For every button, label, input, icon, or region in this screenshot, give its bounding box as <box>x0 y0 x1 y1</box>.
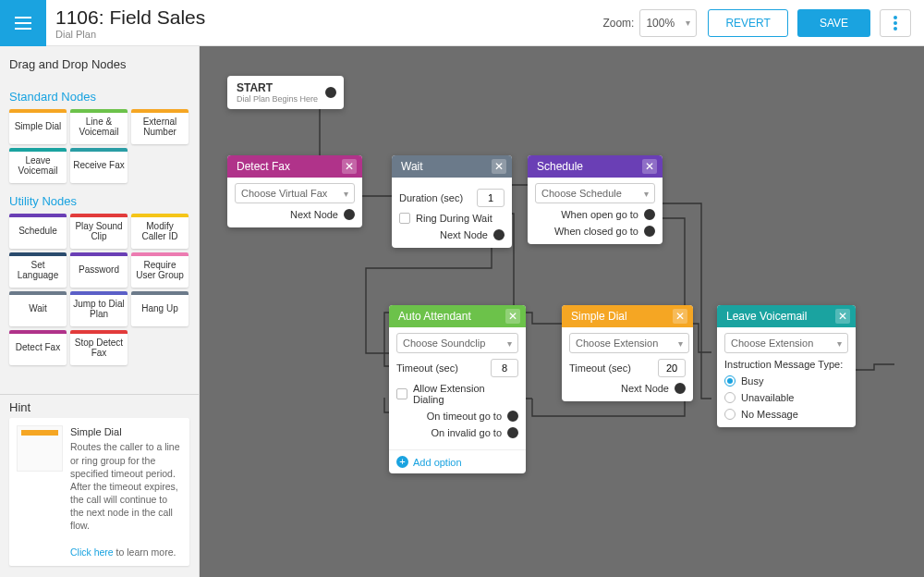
schedule-select[interactable]: Choose Schedule▾ <box>535 183 655 203</box>
palette-node[interactable]: Wait <box>9 291 67 326</box>
canvas[interactable]: START Dial Plan Begins Here Detect Fax ✕… <box>200 46 924 577</box>
palette-node[interactable]: Jump to Dial Plan <box>70 291 128 326</box>
radio-unavailable[interactable] <box>724 392 736 403</box>
aa-timeout-port[interactable] <box>507 411 518 422</box>
hamburger-icon <box>15 17 31 30</box>
add-option-button[interactable]: +Add option <box>389 449 526 473</box>
close-icon[interactable]: ✕ <box>835 309 850 324</box>
sidebar-divider <box>0 394 199 395</box>
close-icon[interactable]: ✕ <box>342 159 357 174</box>
hint-title: Simple Dial <box>70 425 182 439</box>
detect-fax-title: Detect Fax <box>237 160 290 173</box>
wait-next-port[interactable] <box>493 229 505 240</box>
palette-node[interactable]: Line & Voicemail <box>70 109 128 144</box>
chevron-down-icon: ▾ <box>837 338 842 349</box>
sidebar: Drag and Drop Nodes Standard Nodes Simpl… <box>0 46 200 577</box>
palette-node[interactable]: Password <box>70 252 128 288</box>
more-menu-button[interactable] <box>880 9 911 37</box>
hint-link[interactable]: Click here <box>70 546 114 558</box>
standard-nodes-heading: Standard Nodes <box>9 90 189 104</box>
close-icon[interactable]: ✕ <box>492 159 506 174</box>
wait-duration-input[interactable] <box>477 189 505 207</box>
palette-node[interactable]: Schedule <box>9 214 67 249</box>
detect-fax-next-port[interactable] <box>344 209 355 220</box>
hint-tail: to learn more. <box>114 546 176 558</box>
close-icon[interactable]: ✕ <box>505 309 520 324</box>
chevron-down-icon: ▾ <box>507 338 512 349</box>
zoom-select[interactable]: 100% ▾ <box>639 9 697 37</box>
hint-text: Simple Dial Routes the caller to a line … <box>70 425 182 559</box>
chevron-down-icon: ▾ <box>686 18 690 28</box>
palette-utility: SchedulePlay Sound ClipModify Caller IDS… <box>9 214 189 365</box>
palette-node[interactable]: Detect Fax <box>9 330 67 365</box>
close-icon[interactable]: ✕ <box>642 159 657 174</box>
aa-invalid-port[interactable] <box>507 427 518 438</box>
title-block: 1106: Field Sales Dial Plan <box>55 6 602 40</box>
detect-fax-node[interactable]: Detect Fax ✕ Choose Virtual Fax▾ Next No… <box>227 155 362 227</box>
auto-attendant-timeout-input[interactable] <box>491 359 518 377</box>
svg-point-1 <box>894 21 897 25</box>
hint-label: Hint <box>9 400 189 414</box>
radio-busy[interactable] <box>724 375 736 387</box>
palette-node[interactable]: External Number <box>131 109 188 144</box>
leave-vm-title: Leave Voicemail <box>726 310 807 323</box>
auto-attendant-title: Auto Attendant <box>398 310 471 323</box>
kebab-icon <box>894 16 897 31</box>
schedule-closed-port[interactable] <box>644 226 655 237</box>
simple-dial-timeout-input[interactable] <box>658 359 686 377</box>
start-title: START <box>237 81 318 94</box>
palette-node[interactable]: Play Sound Clip <box>70 214 128 249</box>
palette-node[interactable]: Hang Up <box>131 291 188 326</box>
plus-icon: + <box>396 456 408 468</box>
palette-node[interactable]: Leave Voicemail <box>9 148 67 183</box>
radio-no-message[interactable] <box>724 409 736 420</box>
close-icon[interactable]: ✕ <box>673 309 687 324</box>
sidebar-heading: Drag and Drop Nodes <box>9 57 189 71</box>
palette-node[interactable]: Modify Caller ID <box>131 214 188 249</box>
simple-dial-next-port[interactable] <box>675 383 686 394</box>
save-button[interactable]: SAVE <box>797 9 870 37</box>
hint-body: Routes the caller to a line or ring grou… <box>70 441 179 531</box>
detect-fax-select[interactable]: Choose Virtual Fax▾ <box>235 183 355 203</box>
zoom-label: Zoom: <box>602 17 634 30</box>
start-port[interactable] <box>325 87 336 98</box>
start-subtitle: Dial Plan Begins Here <box>237 94 318 104</box>
leave-vm-ext-select[interactable]: Choose Extension▾ <box>724 333 848 353</box>
svg-point-2 <box>894 27 897 31</box>
auto-attendant-soundclip-select[interactable]: Choose Soundclip▾ <box>396 333 518 353</box>
hint-thumbnail <box>17 425 63 472</box>
wait-title: Wait <box>401 160 423 173</box>
instruction-label: Instruction Message Type: <box>724 359 848 370</box>
palette-node[interactable]: Receive Fax <box>70 148 128 183</box>
allow-ext-dialing-checkbox[interactable] <box>396 388 407 399</box>
simple-dial-node[interactable]: Simple Dial ✕ Choose Extension▾ Timeout … <box>562 305 693 401</box>
start-node[interactable]: START Dial Plan Begins Here <box>227 76 344 109</box>
schedule-title: Schedule <box>537 160 583 173</box>
schedule-node[interactable]: Schedule ✕ Choose Schedule▾ When open go… <box>528 155 663 244</box>
palette-node[interactable]: Simple Dial <box>9 109 67 144</box>
schedule-open-port[interactable] <box>644 209 655 220</box>
chevron-down-icon: ▾ <box>344 189 348 199</box>
svg-point-0 <box>894 16 897 19</box>
revert-button[interactable]: REVERT <box>708 9 787 37</box>
palette-standard: Simple DialLine & VoicemailExternal Numb… <box>9 109 189 183</box>
auto-attendant-node[interactable]: Auto Attendant ✕ Choose Soundclip▾ Timeo… <box>389 305 526 473</box>
palette-node[interactable]: Set Language <box>9 252 67 288</box>
leave-voicemail-node[interactable]: Leave Voicemail ✕ Choose Extension▾ Inst… <box>717 305 856 427</box>
zoom-value: 100% <box>646 17 675 30</box>
wait-node[interactable]: Wait ✕ Duration (sec) Ring During Wait N… <box>392 155 512 248</box>
ring-during-wait-checkbox[interactable] <box>399 213 410 224</box>
page-subtitle: Dial Plan <box>55 29 602 40</box>
hamburger-menu-button[interactable] <box>0 0 46 46</box>
chevron-down-icon: ▾ <box>678 338 683 349</box>
utility-nodes-heading: Utility Nodes <box>9 194 189 208</box>
chevron-down-icon: ▾ <box>644 189 649 199</box>
page-title: 1106: Field Sales <box>55 6 602 29</box>
palette-node[interactable]: Stop Detect Fax <box>70 330 128 365</box>
simple-dial-title: Simple Dial <box>571 310 627 323</box>
hint-card: Simple Dial Routes the caller to a line … <box>9 418 189 566</box>
simple-dial-ext-select[interactable]: Choose Extension▾ <box>569 333 689 353</box>
palette-node[interactable]: Require User Group <box>131 252 188 288</box>
